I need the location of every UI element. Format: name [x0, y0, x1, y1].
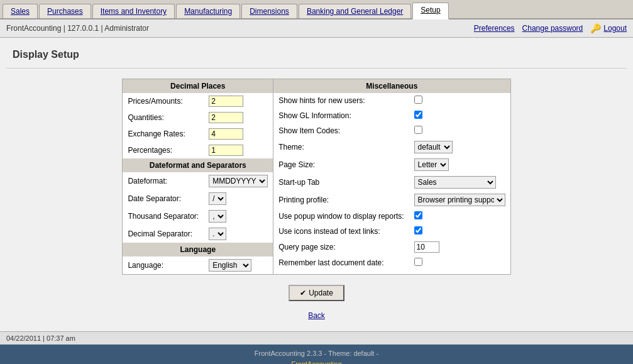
quantities-label: Quantities:	[123, 109, 204, 126]
back-link[interactable]: Back	[308, 311, 325, 320]
footer-link[interactable]: FrontAccounting	[291, 360, 341, 364]
query-size-cell	[409, 239, 510, 255]
decimal-places-header: Decimal Places	[123, 79, 273, 93]
left-inner-table: Decimal Places Prices/Amounts: Quantitie…	[123, 79, 273, 274]
prices-cell	[204, 93, 273, 109]
prices-input[interactable]	[209, 96, 243, 107]
printing-label: Printing profile:	[273, 191, 409, 209]
language-header: Language	[123, 243, 273, 256]
status-bar: 04/22/2011 | 07:37 am	[0, 331, 633, 345]
popup-check-cell	[409, 209, 510, 224]
icons-label: Use icons instead of text links:	[273, 224, 409, 239]
logout-link[interactable]: Logout	[603, 24, 627, 33]
update-button[interactable]: ✔ Update	[289, 285, 344, 301]
remember-date-check-cell	[409, 255, 510, 270]
tab-dimensions[interactable]: Dimensions	[241, 4, 297, 18]
remember-date-checkbox[interactable]	[414, 258, 422, 266]
back-area: Back	[308, 311, 325, 320]
header-actions: Preferences Change password 🔑 Logout	[474, 23, 627, 33]
logout-area: 🔑 Logout	[590, 23, 627, 33]
quantities-cell	[204, 109, 273, 126]
popup-label: Use popup window to display reports:	[273, 209, 409, 224]
hints-check-cell	[409, 93, 510, 108]
settings-table: Decimal Places Prices/Amounts: Quantitie…	[122, 79, 510, 275]
exchange-label: Exchange Rates:	[123, 126, 204, 142]
percentages-cell	[204, 142, 273, 158]
remember-date-label: Remember last document date:	[273, 255, 409, 270]
startup-tab-select[interactable]: Sales Purchases Items and Inventory Manu…	[414, 176, 496, 189]
startup-tab-label: Start-up Tab	[273, 174, 409, 191]
tab-sales[interactable]: Sales	[3, 4, 38, 18]
footer: FrontAccounting 2.3.3 - Theme: default -…	[0, 345, 633, 364]
printing-cell: Browser printing support PDF	[409, 191, 510, 209]
decimal-sep-select[interactable]: . ,	[209, 228, 226, 240]
decimal-sep-label: Decimal Separator:	[123, 225, 204, 243]
page-content: Display Setup Decimal Places Prices/Amou…	[0, 38, 633, 331]
item-codes-checkbox[interactable]	[414, 126, 422, 134]
tab-setup[interactable]: Setup	[412, 3, 448, 19]
item-codes-label: Show Item Codes:	[273, 123, 409, 138]
page-title: Display Setup	[6, 44, 627, 69]
update-label: Update	[309, 289, 333, 297]
top-navigation: Sales Purchases Items and Inventory Manu…	[0, 0, 633, 19]
preferences-link[interactable]: Preferences	[474, 24, 515, 33]
icons-check-cell	[409, 224, 510, 239]
tab-manufacturing[interactable]: Manufacturing	[176, 4, 240, 18]
gl-checkbox[interactable]	[414, 111, 422, 119]
hints-label: Show hints for new users:	[273, 93, 409, 108]
exchange-input[interactable]	[209, 128, 243, 140]
date-sep-cell: / - .	[204, 190, 273, 207]
prices-label: Prices/Amounts:	[123, 93, 204, 109]
change-password-link[interactable]: Change password	[522, 24, 583, 33]
date-sep-label: Date Separator:	[123, 190, 204, 207]
startup-tab-cell: Sales Purchases Items and Inventory Manu…	[409, 174, 510, 191]
gl-check-cell	[409, 108, 510, 123]
right-inner-table: Miscellaneous Show hints for new users: …	[273, 79, 510, 270]
tab-items-inventory[interactable]: Items and Inventory	[92, 4, 175, 18]
printing-select[interactable]: Browser printing support PDF	[414, 194, 505, 206]
tab-banking[interactable]: Banking and General Ledger	[299, 4, 411, 18]
page-size-select[interactable]: Letter A4	[414, 158, 449, 171]
item-codes-check-cell	[409, 123, 510, 138]
thousand-sep-label: Thousand Separator:	[123, 207, 204, 225]
form-container: Decimal Places Prices/Amounts: Quantitie…	[6, 79, 627, 325]
percentages-label: Percentages:	[123, 142, 204, 158]
dateformat-cell: MMDDYYYY DDMMYYYY YYYYMMDD	[204, 172, 273, 190]
decimal-sep-cell: . ,	[204, 225, 273, 243]
exchange-cell	[204, 126, 273, 142]
thousand-sep-select[interactable]: , .	[209, 210, 226, 223]
percentages-input[interactable]	[209, 145, 243, 156]
gl-label: Show GL Information:	[273, 108, 409, 123]
query-size-label: Query page size:	[273, 239, 409, 255]
language-select[interactable]: English French Spanish German	[209, 259, 251, 272]
dateformat-label: Dateformat:	[123, 172, 204, 190]
theme-cell: default blue green	[409, 138, 510, 156]
theme-label: Theme:	[273, 138, 409, 156]
miscellaneous-header: Miscellaneous	[273, 79, 510, 93]
dateformat-header: Dateformat and Separators	[123, 158, 273, 172]
language-label: Language:	[123, 256, 204, 274]
language-cell: English French Spanish German	[204, 256, 273, 274]
header-info: FrontAccounting | 127.0.0.1 | Administra…	[6, 24, 149, 33]
quantities-input[interactable]	[209, 112, 243, 123]
hints-checkbox[interactable]	[414, 96, 422, 104]
page-size-label: Page Size:	[273, 156, 409, 174]
popup-checkbox[interactable]	[414, 211, 422, 219]
checkmark-icon: ✔	[300, 289, 306, 297]
page-size-cell: Letter A4	[409, 156, 510, 174]
button-area: ✔ Update	[289, 285, 344, 301]
date-sep-select[interactable]: / - .	[209, 192, 226, 205]
icons-checkbox[interactable]	[414, 226, 422, 234]
tab-purchases[interactable]: Purchases	[39, 4, 91, 18]
footer-line1: FrontAccounting 2.3.3 - Theme: default -	[5, 350, 628, 357]
header-bar: FrontAccounting | 127.0.0.1 | Administra…	[0, 19, 633, 38]
key-icon: 🔑	[590, 23, 601, 33]
theme-select[interactable]: default blue green	[414, 141, 453, 153]
query-size-input[interactable]	[414, 241, 439, 253]
thousand-sep-cell: , .	[204, 207, 273, 225]
dateformat-select[interactable]: MMDDYYYY DDMMYYYY YYYYMMDD	[209, 175, 268, 187]
